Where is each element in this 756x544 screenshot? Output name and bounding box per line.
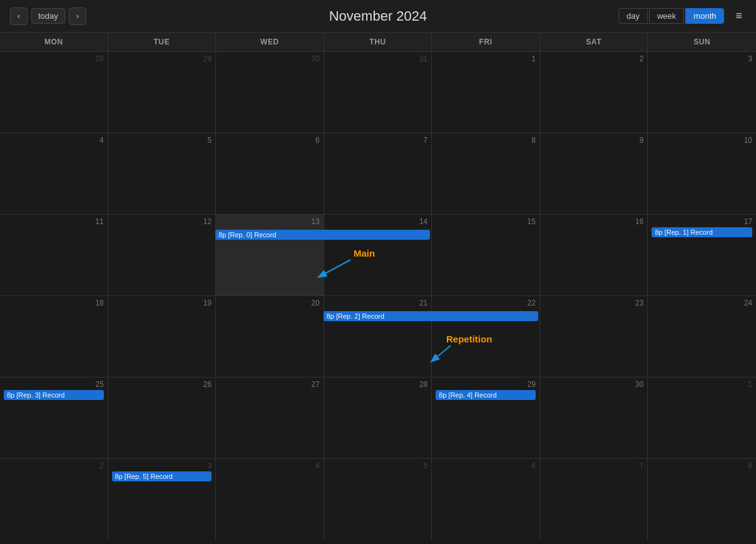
calendar-day[interactable]: 17 8p [Rep. 1] Record	[648, 215, 756, 295]
day-headers-row: MON TUE WED THU FRI SAT SUN	[0, 33, 756, 52]
day-number: 12	[112, 217, 212, 226]
day-number: 8	[436, 136, 536, 145]
prev-button[interactable]: ‹	[10, 8, 28, 25]
week-row: 11 12 8p [Rep. 0] Record 13 14 15 16 17 …	[0, 215, 756, 296]
calendar-day[interactable]: 22	[432, 296, 540, 377]
week-view-button[interactable]: week	[649, 8, 684, 24]
today-button[interactable]: today	[31, 8, 65, 24]
calendar-day[interactable]: 15	[432, 215, 540, 295]
day-number: 10	[651, 136, 752, 145]
calendar-day[interactable]: 1	[648, 377, 756, 458]
month-view-button[interactable]: month	[685, 8, 724, 24]
calendar-day[interactable]: 11	[0, 215, 108, 295]
week-row: 18 19 20 8p [Rep. 2] Record 21 22 23 24	[0, 296, 756, 377]
calendar-day[interactable]: 7	[324, 133, 432, 214]
day-number: 26	[112, 380, 212, 389]
calendar-day[interactable]: 13	[216, 215, 324, 295]
day-number: 5	[328, 461, 428, 470]
day-number: 20	[220, 299, 320, 307]
day-number: 31	[328, 54, 428, 63]
calendar-day[interactable]: 16	[540, 215, 648, 295]
calendar-event-rep1[interactable]: 8p [Rep. 1] Record	[651, 227, 752, 237]
calendar-day[interactable]: 4	[0, 133, 108, 214]
calendar-day[interactable]: 8	[432, 133, 540, 214]
event-label: 8p [Rep. 4] Record	[439, 391, 496, 399]
calendar-day[interactable]: 29	[108, 52, 217, 133]
calendar-day[interactable]: 12 8p [Rep. 0] Record	[108, 215, 217, 295]
day-number: 3	[651, 54, 752, 63]
calendar-day[interactable]: 29 8p [Rep. 4] Record	[432, 377, 540, 458]
event-label: 8p [Rep. 5] Record	[115, 473, 173, 480]
day-number: 15	[436, 217, 536, 226]
day-number: 9	[544, 136, 644, 145]
calendar-day[interactable]: 20 8p [Rep. 2] Record	[216, 296, 324, 377]
calendar-event-rep5[interactable]: 8p [Rep. 5] Record	[112, 471, 212, 481]
calendar-day[interactable]: 26	[108, 377, 217, 458]
calendar-day[interactable]: 31	[324, 52, 432, 133]
calendar-day[interactable]: 5	[324, 459, 432, 540]
week-row: 25 8p [Rep. 3] Record 26 27 28 29 8p [Re…	[0, 377, 756, 459]
calendar-header: ‹ today › November 2024 day week month ≡	[0, 0, 756, 33]
header-sun: SUN	[648, 33, 756, 51]
calendar-event-rep4[interactable]: 8p [Rep. 4] Record	[436, 390, 536, 400]
calendar-day[interactable]: 28	[324, 377, 432, 458]
next-button[interactable]: ›	[69, 8, 86, 25]
calendar-day[interactable]: 4	[216, 459, 324, 540]
calendar-day[interactable]: 7	[540, 459, 648, 540]
calendar-day[interactable]: 9	[540, 133, 648, 214]
day-number: 7	[544, 461, 644, 470]
day-number: 2	[544, 54, 644, 63]
header-wed: WED	[216, 33, 324, 51]
calendar-day[interactable]: 23	[540, 296, 648, 377]
calendar-day[interactable]: 3 8p [Rep. 5] Record	[108, 459, 217, 540]
day-number: 7	[328, 136, 428, 145]
calendar-day[interactable]: 19	[108, 296, 217, 377]
calendar-event-rep0[interactable]: 8p [Rep. 0] Record	[215, 230, 430, 240]
day-number: 16	[544, 217, 644, 226]
calendar-day[interactable]: 1	[432, 52, 540, 133]
calendar-day[interactable]: 8	[648, 459, 756, 540]
calendar-day[interactable]: 24	[648, 296, 756, 377]
calendar-day[interactable]: 6	[432, 459, 540, 540]
calendar-day[interactable]: 25 8p [Rep. 3] Record	[0, 377, 108, 458]
week-row: 4 5 6 7 8 9 10	[0, 133, 756, 215]
calendar-day[interactable]: 18	[0, 296, 108, 377]
calendar-day[interactable]: 5	[108, 133, 217, 214]
day-number: 2	[4, 461, 104, 470]
calendar-day[interactable]: 10	[648, 133, 756, 214]
calendar-day[interactable]: 30	[216, 52, 324, 133]
day-number: 28	[4, 54, 104, 63]
day-number: 17	[651, 217, 752, 226]
calendar-day[interactable]: 6	[216, 133, 324, 214]
day-number: 4	[220, 461, 320, 470]
day-number: 27	[220, 380, 320, 389]
calendar-event-rep2[interactable]: 8p [Rep. 2] Record	[324, 311, 538, 321]
calendar-day[interactable]: 28	[0, 52, 108, 133]
day-number: 21	[328, 299, 428, 307]
day-number: 6	[220, 136, 320, 145]
calendar-day[interactable]: 30	[540, 377, 648, 458]
calendar-day[interactable]: 14	[324, 215, 432, 295]
week-row: 28 29 30 31 1 2 3	[0, 52, 756, 133]
day-number: 3	[112, 461, 212, 470]
day-number: 11	[4, 217, 104, 226]
calendar-day[interactable]: 27	[216, 377, 324, 458]
day-number: 18	[4, 299, 104, 307]
view-switcher: day week month ≡	[618, 7, 746, 25]
event-label: 8p [Rep. 3] Record	[7, 391, 64, 399]
day-number: 13	[220, 217, 320, 226]
day-number: 19	[112, 299, 212, 307]
calendar-event-rep3[interactable]: 8p [Rep. 3] Record	[4, 390, 104, 400]
day-number: 8	[651, 461, 752, 470]
calendar-day[interactable]: 2	[540, 52, 648, 133]
calendar-day[interactable]: 3	[648, 52, 756, 133]
calendar-day[interactable]: 2	[0, 459, 108, 540]
day-number: 29	[436, 380, 536, 389]
day-number: 29	[112, 54, 212, 63]
event-label: 8p [Rep. 0] Record	[218, 231, 276, 239]
nav-controls: ‹ today ›	[10, 8, 86, 25]
day-number: 24	[651, 299, 752, 307]
menu-button[interactable]: ≡	[732, 7, 746, 25]
calendar-day[interactable]: 21	[324, 296, 432, 377]
day-view-button[interactable]: day	[618, 8, 648, 24]
